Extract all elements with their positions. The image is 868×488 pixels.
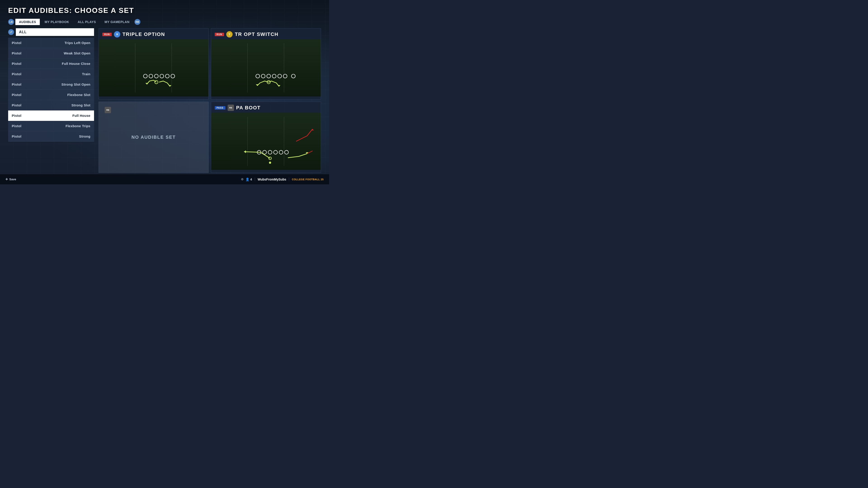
formation-name: Strong [79,134,90,138]
formation-name: Flexbone Slot [67,93,90,97]
formation-item-5[interactable]: Pistol Strong Slot Open [8,79,94,90]
page-content: EDIT AUDIBLES: CHOOSE A SET LB Audibles … [0,0,329,184]
formation-base: Pistol [12,62,22,66]
play-type-badge-run: RUN [102,33,112,36]
svg-marker-33 [244,151,246,153]
svg-point-16 [272,74,276,78]
svg-point-29 [279,151,283,154]
play-svg-tr-opt [211,39,321,96]
tab-audibles[interactable]: Audibles [16,19,40,25]
formation-base: Pistol [12,83,22,86]
play-card-header: PASS RB PA BOOT [211,102,321,113]
formation-name: Train [82,72,90,76]
svg-point-6 [165,74,169,78]
page-title: EDIT AUDIBLES: CHOOSE A SET [8,6,321,15]
left-panel: LT ALL Pistol Trips Left Open Pistol Wea… [8,28,94,173]
formation-base: Pistol [12,124,22,128]
svg-point-15 [267,74,271,78]
formation-name: Weak Slot Open [64,51,90,55]
filter-input[interactable]: ALL [16,28,94,36]
play-type-badge-pass: PASS [215,106,225,109]
formation-item-9[interactable]: Pistol Flexbone Trips [8,121,94,131]
play-title-triple-option: TRIPLE OPTION [123,31,165,37]
formation-name: Full House Close [62,62,91,66]
lt-badge: LT [8,29,14,35]
bottom-bar: ✛ Save ⚙ 👤 4 WubsFromMySubs COLLEGE FOOT… [0,174,329,184]
button-y: Y [226,31,232,37]
svg-point-17 [278,74,282,78]
play-card-pa-boot[interactable]: PASS RB PA BOOT [211,102,321,173]
play-type-badge-run: RUN [215,33,224,36]
svg-point-4 [154,74,158,78]
formation-base: Pistol [12,113,22,118]
formation-list: Pistol Trips Left Open Pistol Weak Slot … [8,38,94,142]
username: WubsFromMySubs [255,177,289,181]
formation-item-4[interactable]: Pistol Train [8,69,94,79]
bottom-icons: ⚙ 👤 4 [241,177,252,181]
formation-base: Pistol [12,93,22,97]
formation-name: Flexbone Trips [66,124,90,128]
svg-point-28 [274,151,277,154]
play-diagram-pa-boot [211,113,321,170]
formation-name: Trips Left Open [64,41,90,45]
formation-item-10[interactable]: Pistol Strong [8,131,94,142]
formation-item-7[interactable]: Pistol Strong Slot [8,100,94,110]
formation-base: Pistol [12,103,22,107]
button-x: ✕ [114,31,120,37]
player-count-value: 4 [250,177,252,181]
game-logo: COLLEGE FOOTBALL 25 [292,178,324,181]
settings-icon[interactable]: ⚙ [241,177,244,181]
svg-point-18 [283,74,287,78]
save-icon: ✛ [5,177,8,181]
button-rb-2: RB [228,105,234,111]
save-label: Save [9,177,16,181]
tab-all-plays[interactable]: All Plays [74,19,100,25]
svg-point-2 [144,74,147,78]
formation-base: Pistol [12,134,22,138]
play-diagram-tr-opt [211,39,321,96]
player-icon: 👤 [246,177,249,181]
formation-name: Strong Slot Open [61,83,90,86]
tab-my-gameplan[interactable]: My Gameplan [101,19,133,25]
formation-name: Full House [72,113,90,118]
svg-point-19 [291,74,295,78]
play-diagram-triple-option [99,39,209,96]
right-panel: RUN ✕ TRIPLE OPTION [98,28,321,173]
filter-row: LT ALL [8,28,94,36]
main-layout: LT ALL Pistol Trips Left Open Pistol Wea… [8,28,321,173]
formation-item-3[interactable]: Pistol Full House Close [8,59,94,69]
play-card-no-audible[interactable]: RB NO AUDIBLE SET [98,102,209,173]
formation-item-8[interactable]: Pistol Full House [8,110,94,121]
play-card-header: RUN Y TR OPT SWITCH [211,29,321,39]
formation-base: Pistol [12,41,22,45]
player-count: 👤 4 [246,177,252,181]
formation-item-6[interactable]: Pistol Flexbone Slot [8,90,94,100]
play-card-tr-opt-switch[interactable]: RUN Y TR OPT SWITCH [211,28,321,99]
svg-point-13 [256,74,260,78]
tab-my-playbook[interactable]: My Playbook [41,19,73,25]
play-card-triple-option[interactable]: RUN ✕ TRIPLE OPTION [98,28,209,99]
rb-badge: RB [134,19,141,25]
svg-point-32 [269,162,271,164]
lb-badge: LB [8,19,14,25]
play-title-pa-boot: PA BOOT [236,105,260,111]
svg-point-7 [171,74,175,78]
button-rb: RB [105,107,111,113]
formation-name: Strong Slot [71,103,90,107]
bottom-right: ⚙ 👤 4 WubsFromMySubs COLLEGE FOOTBALL 25 [241,177,324,181]
svg-point-3 [149,74,153,78]
svg-point-5 [160,74,164,78]
save-button[interactable]: ✛ Save [5,177,16,181]
play-svg-triple-option [99,39,209,96]
no-audible-label: NO AUDIBLE SET [131,135,176,140]
formation-item-2[interactable]: Pistol Weak Slot Open [8,48,94,59]
svg-point-14 [261,74,265,78]
play-card-header: RUN ✕ TRIPLE OPTION [99,29,209,39]
play-svg-pa-boot [211,113,321,170]
formation-base: Pistol [12,51,22,55]
svg-point-27 [268,151,272,154]
formation-item-1[interactable]: Pistol Trips Left Open [8,38,94,48]
play-card-header-no-audible: RB [101,104,115,115]
formation-base: Pistol [12,72,22,76]
svg-point-30 [285,151,288,154]
